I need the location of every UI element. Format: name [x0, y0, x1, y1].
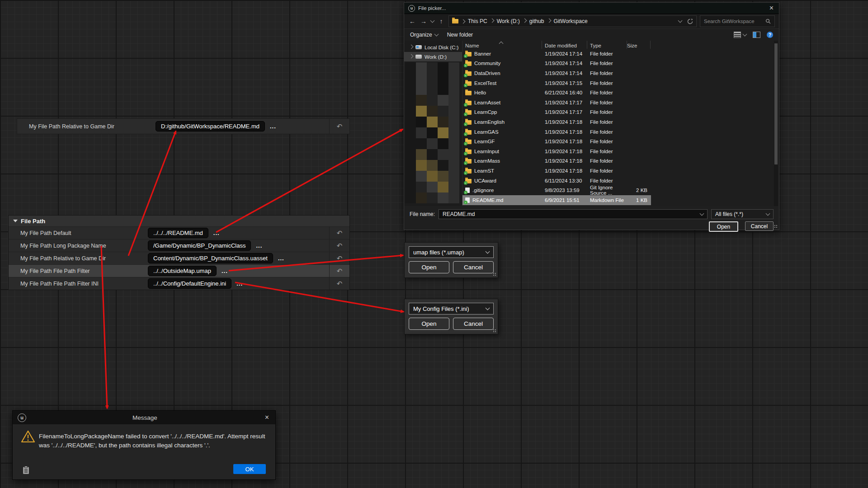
property-value-field[interactable]: ../../OutsideMap.umap: [148, 266, 217, 276]
cancel-button[interactable]: Cancel: [453, 318, 494, 330]
scrollbar-thumb[interactable]: [774, 43, 778, 164]
new-folder-button[interactable]: New folder: [447, 32, 473, 38]
ini-file-type-select[interactable]: My Config Files (*.ini): [409, 303, 494, 314]
file-row[interactable]: DataDriven1/19/2024 17:14File folder: [462, 68, 651, 78]
organize-button[interactable]: Organize: [410, 32, 438, 38]
sidebar-item-local-disk-c-[interactable]: Local Disk (C:): [404, 42, 462, 52]
ini-filter-dialog: My Config Files (*.ini) Open Cancel: [404, 299, 498, 334]
browse-ellipsis-button[interactable]: ...: [278, 255, 284, 262]
column-header-type[interactable]: Type: [587, 41, 627, 49]
cancel-button[interactable]: Cancel: [453, 261, 494, 273]
breadcrumb-item[interactable]: github: [529, 18, 544, 24]
reset-to-default-icon[interactable]: ↶: [330, 122, 349, 131]
file-row[interactable]: LearnCpp1/19/2024 17:17File folder: [462, 108, 651, 117]
file-name: LearnInput: [474, 149, 499, 154]
close-icon[interactable]: ×: [264, 414, 270, 421]
resize-grip[interactable]: [493, 329, 497, 333]
file-row[interactable]: Community1/19/2024 17:14File folder: [462, 59, 651, 69]
file-row[interactable]: LearnST1/19/2024 17:18File folder: [462, 166, 651, 176]
breadcrumb-item[interactable]: This PC: [468, 18, 487, 24]
property-value-field[interactable]: ../../Config/DefaultEngine.ini: [148, 278, 231, 289]
column-header-name[interactable]: Name: [462, 41, 542, 49]
file-name-chevron-icon: [700, 211, 704, 216]
file-list: Name Date modified Type Size Banner1/19/…: [462, 41, 651, 206]
close-icon[interactable]: ×: [768, 5, 775, 12]
preview-pane-icon[interactable]: [753, 32, 760, 38]
file-row[interactable]: LearnGAS1/19/2024 17:18File folder: [462, 127, 651, 137]
collapse-triangle-icon[interactable]: [13, 220, 18, 222]
file-date-cell: 1/19/2024 17:14: [542, 51, 587, 56]
property-row[interactable]: My File Path Default../../../README.md..…: [9, 226, 349, 239]
address-dropdown-chevron-icon[interactable]: [678, 19, 683, 23]
blurred-thumbnail: [427, 106, 438, 117]
copy-to-clipboard-icon[interactable]: [23, 466, 29, 474]
file-name-input[interactable]: README.md: [439, 209, 708, 219]
browse-ellipsis-button[interactable]: ...: [256, 242, 262, 249]
address-bar[interactable]: This PCWork (D:)githubGitWorkspace: [448, 15, 697, 27]
open-button[interactable]: Open: [409, 261, 449, 273]
forward-icon[interactable]: →: [420, 18, 428, 25]
file-type-cell: File folder: [587, 168, 627, 174]
change-view-button[interactable]: [734, 32, 746, 38]
message-titlebar[interactable]: u Message ×: [13, 411, 275, 424]
property-row[interactable]: My File Path Long Package Name/Game/Dyna…: [9, 239, 349, 252]
browse-ellipsis-button[interactable]: ...: [222, 267, 228, 274]
recent-locations-chevron-icon[interactable]: [430, 19, 435, 23]
file-row[interactable]: ExcelTest1/19/2024 17:15File folder: [462, 78, 651, 88]
file-row[interactable]: LearnAsset1/19/2024 17:17File folder: [462, 98, 651, 108]
help-icon[interactable]: ?: [767, 32, 773, 38]
file-path-group-header[interactable]: File Path: [9, 216, 349, 226]
file-row[interactable]: LearnInput1/19/2024 17:18File folder: [462, 146, 651, 156]
ok-button[interactable]: OK: [233, 464, 266, 474]
file-row[interactable]: LearnGF1/19/2024 17:18File folder: [462, 136, 651, 146]
breadcrumb-item[interactable]: Work (D:): [497, 18, 520, 24]
resize-grip[interactable]: [493, 272, 497, 277]
column-header-size[interactable]: Size: [627, 41, 651, 49]
file-type-cell: File folder: [587, 100, 627, 105]
browse-ellipsis-button[interactable]: ...: [236, 280, 243, 287]
property-value-field[interactable]: /Game/Dynamic/BP_DynamicClass: [148, 240, 251, 251]
column-header-date-modified[interactable]: Date modified: [542, 41, 587, 49]
file-name: Banner: [474, 51, 491, 56]
file-name-cell: LearnEnglish: [462, 119, 542, 125]
property-row[interactable]: My File Path File Path Filter INI../../C…: [9, 277, 349, 290]
breadcrumb-item[interactable]: GitWorkspace: [554, 18, 588, 24]
expand-chevron-icon[interactable]: [409, 54, 414, 58]
file-picker-titlebar[interactable]: u File picker... ×: [404, 3, 779, 14]
sidebar-item-work-d-[interactable]: Work (D:): [404, 52, 462, 61]
property-value-field[interactable]: D:/github/GitWorkspace/README.md: [156, 121, 265, 131]
property-row[interactable]: My File Path Relative to Game DirContent…: [9, 252, 349, 264]
file-row[interactable]: Banner1/19/2024 17:14File folder: [462, 49, 651, 59]
file-type-select[interactable]: All files (*.*): [711, 209, 774, 219]
reset-to-default-icon[interactable]: ↶: [330, 254, 349, 263]
back-icon[interactable]: ←: [408, 18, 416, 25]
resize-grip[interactable]: [774, 225, 778, 229]
file-row[interactable]: .gitignore9/8/2023 13:59Git Ignore Sourc…: [462, 185, 651, 195]
property-value-field[interactable]: Content/Dynamic/BP_DynamicClass.uasset: [148, 253, 273, 263]
reset-to-default-icon[interactable]: ↶: [330, 280, 349, 288]
file-row[interactable]: LearnEnglish1/19/2024 17:18File folder: [462, 117, 651, 127]
blurred-thumbnail: [427, 84, 438, 95]
chevron-right-icon: [547, 19, 551, 23]
property-row[interactable]: My File Path File Path Filter../../Outsi…: [9, 264, 349, 277]
reset-to-default-icon[interactable]: ↶: [330, 267, 349, 275]
property-label: My File Path Relative to Game Dir: [17, 123, 156, 130]
property-value-field[interactable]: ../../../README.md: [148, 228, 208, 238]
umap-file-type-select[interactable]: umap files (*.umap): [409, 246, 494, 258]
open-button[interactable]: Open: [409, 318, 449, 330]
expand-chevron-icon[interactable]: [409, 44, 414, 49]
reset-to-default-icon[interactable]: ↶: [330, 242, 349, 250]
file-row[interactable]: Hello6/21/2024 16:40File folder: [462, 88, 651, 98]
browse-ellipsis-button[interactable]: ...: [270, 123, 276, 130]
file-row[interactable]: LearnMass1/19/2024 17:18File folder: [462, 156, 651, 166]
file-row[interactable]: UCAward6/11/2024 13:30File folder: [462, 176, 651, 186]
scrollbar[interactable]: [774, 41, 778, 206]
open-button[interactable]: Open: [709, 221, 738, 232]
refresh-icon[interactable]: [687, 19, 693, 24]
cancel-button[interactable]: Cancel: [745, 221, 774, 231]
file-row[interactable]: README.md6/9/2021 15:51Markdown File1 KB: [462, 195, 651, 205]
up-icon[interactable]: ↑: [437, 18, 445, 25]
reset-to-default-icon[interactable]: ↶: [330, 229, 349, 237]
browse-ellipsis-button[interactable]: ...: [213, 230, 220, 236]
search-input[interactable]: Search GitWorkspace: [700, 15, 775, 27]
